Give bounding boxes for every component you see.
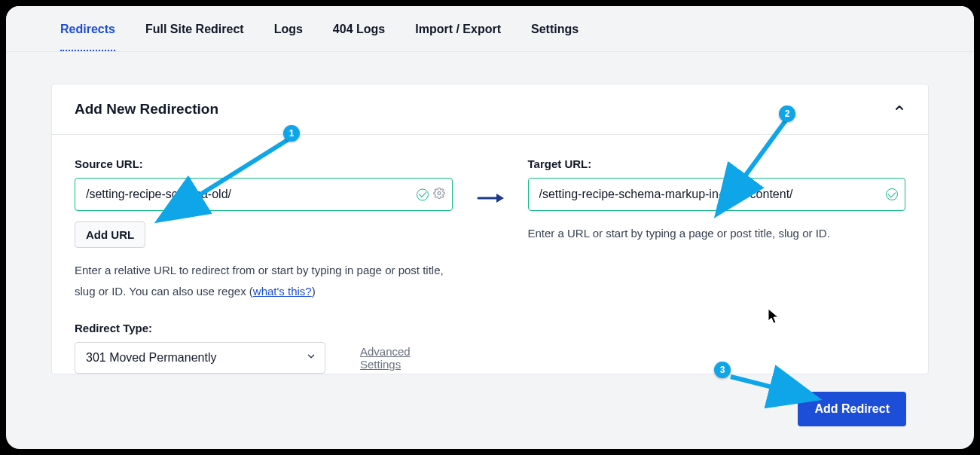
tab-import-export[interactable]: Import / Export <box>415 23 501 51</box>
add-url-button[interactable]: Add URL <box>75 221 145 248</box>
gear-icon[interactable] <box>433 188 445 202</box>
tabs-nav: Redirects Full Site Redirect Logs 404 Lo… <box>6 6 974 52</box>
target-column: Target URL: Enter a URL or start by typi… <box>528 157 906 374</box>
source-url-input[interactable] <box>75 178 453 211</box>
advanced-settings-link[interactable]: Advanced Settings <box>360 345 453 371</box>
redirect-type-select[interactable]: 301 Moved Permanently <box>75 342 325 374</box>
add-redirect-button[interactable]: Add Redirect <box>798 392 906 426</box>
source-help-post: ) <box>312 285 316 298</box>
tab-logs[interactable]: Logs <box>274 23 303 51</box>
tab-settings[interactable]: Settings <box>531 23 579 51</box>
source-url-label: Source URL: <box>75 157 453 170</box>
collapse-toggle[interactable] <box>893 102 905 117</box>
svg-marker-2 <box>496 194 504 203</box>
tab-redirects[interactable]: Redirects <box>60 23 115 51</box>
tab-404-logs[interactable]: 404 Logs <box>333 23 385 51</box>
redirect-type-label: Redirect Type: <box>75 322 453 334</box>
card-title: Add New Redirection <box>75 101 218 118</box>
target-url-input[interactable] <box>528 178 906 211</box>
add-redirection-card: Add New Redirection Source URL: <box>51 84 929 374</box>
arrow-column <box>475 157 505 374</box>
regex-help-link[interactable]: what's this? <box>253 285 312 298</box>
check-icon <box>417 188 429 200</box>
target-help-text: Enter a URL or start by typing a page or… <box>528 223 906 244</box>
chevron-up-icon <box>893 102 905 114</box>
tab-full-site-redirect[interactable]: Full Site Redirect <box>145 23 244 51</box>
target-url-label: Target URL: <box>528 157 906 170</box>
source-column: Source URL: Add URL Enter a relative URL… <box>75 157 453 374</box>
card-header: Add New Redirection <box>52 84 928 135</box>
check-icon <box>886 188 898 200</box>
source-help-text: Enter a relative URL to redirect from or… <box>75 260 453 302</box>
arrow-right-icon <box>477 191 504 206</box>
svg-point-0 <box>438 192 441 195</box>
